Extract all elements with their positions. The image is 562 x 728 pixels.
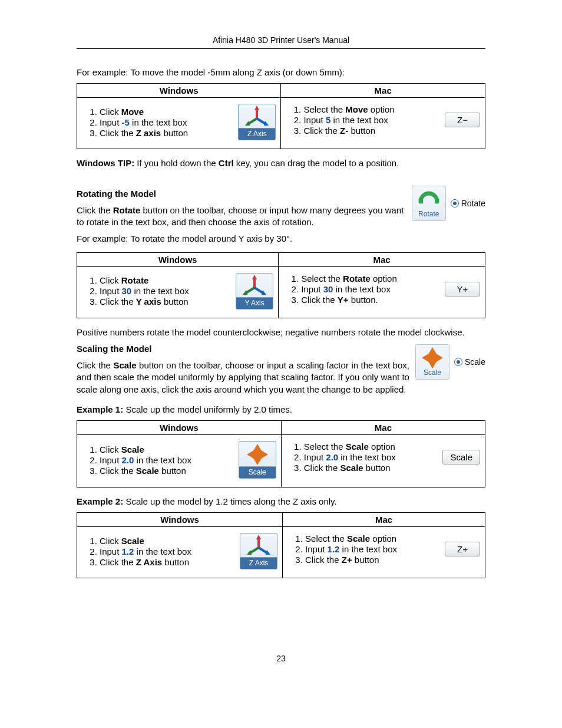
move-intro: For example: To move the model -5mm alon…	[77, 67, 485, 78]
scale-arrows-icon	[241, 442, 274, 465]
page-number: 23	[0, 654, 562, 663]
axis-tripod-icon	[240, 104, 273, 128]
svg-marker-21	[254, 459, 261, 465]
z-axis-button-2[interactable]: Z Axis	[240, 533, 277, 569]
svg-marker-16	[429, 363, 436, 368]
y-plus-button[interactable]: Y+	[445, 282, 480, 297]
svg-marker-17	[422, 354, 428, 361]
z-minus-button[interactable]: Z−	[445, 113, 480, 127]
svg-marker-25	[256, 535, 261, 539]
scale1-table: Windows Mac Click Scale Input 2.0 in the…	[77, 420, 485, 487]
y-axis-button[interactable]: Y Axis	[236, 273, 273, 309]
scale2-win-steps: Click Scale Input 1.2 in the text box Cl…	[82, 535, 191, 568]
svg-marker-1	[254, 106, 259, 110]
svg-marker-13	[262, 290, 266, 295]
scale2-table: Windows Mac Click Scale Input 1.2 in the…	[77, 512, 485, 578]
svg-marker-5	[264, 121, 269, 126]
axis-tripod-icon	[242, 533, 275, 557]
scale1-mac-steps: Select the Scale option Input 2.0 in the…	[286, 441, 396, 473]
svg-marker-23	[262, 451, 268, 458]
svg-point-14	[427, 352, 438, 364]
axis-tripod-icon	[238, 274, 271, 297]
rotate-tool-illus: Rotate Rotate	[412, 186, 485, 221]
z-axis-button[interactable]: Z Axis	[238, 104, 276, 140]
svg-marker-3	[245, 121, 250, 126]
page-header: Afinia H480 3D Printer User's Manual	[77, 35, 485, 49]
scale1-win-steps: Click Scale Input 2.0 in the text box Cl…	[82, 444, 191, 476]
svg-marker-15	[429, 347, 436, 353]
move-win-steps: Click Move Input -5 in the text box Clic…	[82, 106, 188, 139]
rotate-radio[interactable]: Rotate	[451, 199, 485, 208]
svg-marker-11	[243, 290, 247, 295]
radio-selected-icon	[451, 199, 459, 207]
scale-tool-illus: Scale Scale	[415, 344, 485, 380]
rotate-win-steps: Click Rotate Input 30 in the text box Cl…	[82, 275, 189, 307]
col-windows: Windows	[77, 84, 281, 98]
svg-marker-27	[247, 550, 252, 555]
col-mac: Mac	[281, 84, 485, 98]
move-table: Windows Mac Click Move Input -5 in the t…	[77, 83, 485, 149]
rotate-example-intro: For example: To rotate the model around …	[77, 233, 485, 245]
svg-marker-20	[254, 444, 261, 450]
svg-marker-9	[252, 275, 257, 279]
windows-tip: Windows TIP: If you hold down the Ctrl k…	[77, 157, 485, 169]
radio-selected-icon	[454, 358, 462, 366]
z-plus-button[interactable]: Z+	[445, 542, 480, 556]
example1-label: Example 1: Scale up the model uniformly …	[77, 404, 485, 416]
move-mac-steps: Select the Move option Input 5 in the te…	[286, 104, 394, 136]
rotate-note: Positive numbers rotate the model counte…	[77, 327, 485, 338]
scale2-mac-steps: Select the Scale option Input 1.2 in the…	[287, 533, 397, 565]
rotate-table: Windows Mac Click Rotate Input 30 in the…	[77, 252, 485, 318]
example2-label: Example 2: Scale up the model by 1.2 tim…	[77, 496, 485, 508]
scale-radio[interactable]: Scale	[454, 357, 485, 367]
svg-marker-18	[437, 354, 443, 361]
svg-point-19	[252, 449, 263, 460]
rotate-mac-steps: Select the Rotate option Input 30 in the…	[283, 273, 397, 305]
scale-button-win[interactable]: Scale	[239, 441, 276, 479]
scale-arrows-icon	[416, 345, 449, 368]
svg-marker-29	[266, 550, 270, 555]
svg-marker-22	[247, 451, 253, 458]
scale-button-mac[interactable]: Scale	[442, 450, 480, 465]
rotate-arrows-icon	[412, 186, 445, 210]
